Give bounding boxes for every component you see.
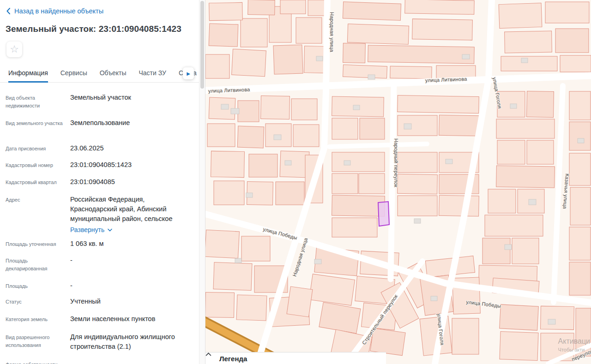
map-parcel[interactable] bbox=[293, 125, 319, 147]
map-parcel[interactable] bbox=[398, 95, 479, 113]
map-parcel[interactable] bbox=[398, 174, 438, 194]
map-parcel[interactable] bbox=[390, 66, 432, 79]
map-parcel[interactable] bbox=[205, 54, 229, 78]
map-parcel[interactable] bbox=[232, 49, 266, 77]
map-parcel[interactable] bbox=[332, 152, 385, 172]
map-parcel[interactable] bbox=[505, 31, 552, 53]
selected-parcel[interactable] bbox=[378, 202, 389, 226]
map-parcel[interactable] bbox=[214, 181, 244, 205]
scrollbar-thumb[interactable] bbox=[200, 1, 204, 89]
map-parcel[interactable] bbox=[359, 173, 385, 194]
map-parcel[interactable] bbox=[501, 56, 557, 71]
map-parcel[interactable] bbox=[488, 189, 516, 213]
map-parcel[interactable] bbox=[248, 0, 275, 15]
map-parcel[interactable] bbox=[343, 43, 366, 63]
map-parcel[interactable] bbox=[500, 332, 538, 361]
map-parcel[interactable] bbox=[398, 115, 437, 136]
map-parcel[interactable] bbox=[569, 153, 591, 185]
map-parcel[interactable] bbox=[343, 2, 401, 20]
cadastral-map-canvas[interactable]: улица Литвинова улица Литвинова Народная… bbox=[205, 0, 591, 364]
tab-information[interactable]: Информация bbox=[8, 69, 48, 83]
map-parcel[interactable] bbox=[276, 182, 304, 205]
map-parcel[interactable] bbox=[261, 95, 290, 119]
map-parcel[interactable] bbox=[238, 101, 259, 122]
map-parcel[interactable] bbox=[500, 304, 539, 330]
map-parcel[interactable] bbox=[569, 91, 591, 120]
field-value-text: Землепользование bbox=[70, 118, 186, 128]
map-parcel[interactable] bbox=[309, 274, 355, 305]
map-parcel[interactable] bbox=[569, 262, 591, 295]
map-parcel[interactable] bbox=[287, 286, 313, 317]
map-parcel[interactable] bbox=[236, 295, 267, 321]
map-parcel[interactable] bbox=[497, 140, 525, 164]
tab-scroll-right-button[interactable]: ▶ bbox=[183, 67, 194, 79]
map-parcel[interactable] bbox=[332, 218, 377, 237]
map-parcel[interactable] bbox=[482, 238, 510, 264]
expand-address-link[interactable]: Развернуть bbox=[70, 225, 112, 234]
map-parcel[interactable] bbox=[368, 45, 475, 64]
map-parcel[interactable] bbox=[569, 227, 591, 260]
field-value-text: 23:01:0904085:1423 bbox=[70, 160, 186, 170]
map-parcel[interactable] bbox=[541, 306, 574, 329]
map-parcel[interactable] bbox=[439, 195, 479, 216]
map-parcel[interactable] bbox=[360, 118, 385, 139]
map-parcel[interactable] bbox=[207, 124, 235, 147]
map-parcel[interactable] bbox=[412, 19, 473, 40]
map-parcel[interactable] bbox=[332, 195, 385, 216]
map-parcel[interactable] bbox=[209, 24, 238, 47]
map-parcel[interactable] bbox=[545, 2, 589, 23]
legend-collapse-button[interactable] bbox=[377, 355, 379, 357]
map-parcel[interactable] bbox=[370, 328, 405, 355]
map-parcel[interactable] bbox=[205, 292, 234, 317]
map-parcel[interactable] bbox=[332, 173, 358, 194]
map-parcel[interactable] bbox=[439, 115, 479, 136]
map-parcel[interactable] bbox=[512, 238, 539, 264]
map-parcel[interactable] bbox=[308, 0, 326, 16]
field-value-text: - bbox=[70, 359, 186, 364]
chevron-up-icon bbox=[205, 352, 211, 356]
tab-objects[interactable]: Объекты bbox=[100, 69, 127, 83]
map-parcel[interactable] bbox=[241, 236, 270, 261]
map-parcel[interactable] bbox=[296, 18, 322, 43]
map-parcel[interactable] bbox=[527, 140, 554, 164]
map-parcel[interactable] bbox=[343, 65, 387, 78]
map-parcel[interactable] bbox=[570, 187, 591, 225]
map-parcel[interactable] bbox=[452, 318, 479, 354]
map-parcel[interactable] bbox=[241, 18, 267, 47]
map-parcel[interactable] bbox=[280, 0, 306, 14]
map-parcel[interactable] bbox=[209, 2, 243, 20]
map-parcel[interactable] bbox=[560, 55, 591, 72]
back-to-results-link[interactable]: Назад в найденные объекты bbox=[6, 7, 103, 15]
map-parcel[interactable] bbox=[205, 230, 239, 258]
field-value: Землепользование bbox=[65, 118, 186, 128]
map-parcel[interactable] bbox=[496, 166, 555, 188]
map-parcel[interactable] bbox=[347, 24, 409, 45]
field-value-text: Российская Федерация, Краснодарский край… bbox=[70, 195, 186, 224]
map-parcel[interactable] bbox=[398, 196, 437, 216]
map-parcel[interactable] bbox=[280, 151, 309, 178]
map-parcel[interactable] bbox=[555, 29, 589, 53]
map-parcel[interactable] bbox=[398, 152, 437, 173]
tab-services[interactable]: Сервисы bbox=[60, 69, 87, 83]
tab-parts[interactable]: Части ЗУ bbox=[139, 69, 166, 83]
map-parcel[interactable] bbox=[291, 99, 317, 120]
map-parcel[interactable] bbox=[237, 126, 264, 148]
map-parcel[interactable] bbox=[213, 263, 252, 291]
map-parcel[interactable] bbox=[405, 0, 475, 14]
map-parcel[interactable] bbox=[499, 3, 542, 28]
map-parcel[interactable] bbox=[485, 215, 543, 236]
map-parcel[interactable] bbox=[332, 118, 358, 139]
map-parcel[interactable] bbox=[211, 151, 245, 177]
map-building bbox=[285, 161, 291, 165]
map-parcel[interactable] bbox=[496, 119, 555, 138]
favorite-button[interactable]: ☆ bbox=[6, 42, 22, 57]
map-parcel[interactable] bbox=[569, 122, 591, 150]
map-parcel[interactable] bbox=[249, 154, 277, 177]
map-building bbox=[510, 104, 517, 108]
field-value-text: - bbox=[70, 256, 186, 265]
map-parcel[interactable] bbox=[527, 91, 554, 117]
map-parcel[interactable] bbox=[273, 45, 303, 74]
panel-scrollbar[interactable] bbox=[199, 0, 205, 364]
map[interactable]: улица Литвинова улица Литвинова Народная… bbox=[205, 0, 591, 364]
field-value: Земли населенных пунктов bbox=[65, 314, 186, 324]
